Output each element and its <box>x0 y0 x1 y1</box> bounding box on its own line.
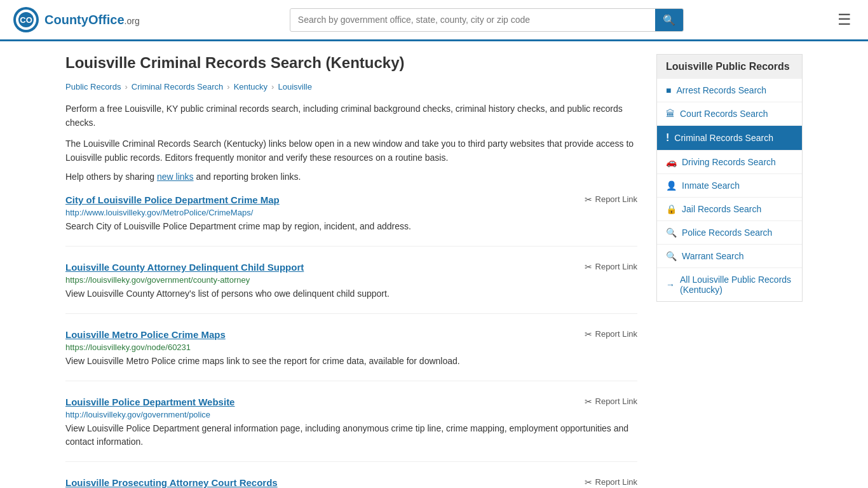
result-item: Louisville Police Department Website ✂ R… <box>65 396 637 462</box>
result-description: Search City of Louisville Police Departm… <box>65 220 637 233</box>
result-description: View Louisville County Attorney's list o… <box>65 287 637 301</box>
description-1: Perform a free Louisville, KY public cri… <box>65 102 637 130</box>
new-links-link[interactable]: new links <box>157 172 194 182</box>
result-title[interactable]: Louisville Metro Police Crime Maps <box>65 329 226 340</box>
result-url[interactable]: https://louisvilleky.gov/government/coun… <box>65 275 637 285</box>
result-item: Louisville County Attorney Delinquent Ch… <box>65 262 637 314</box>
court-records-icon: 🏛 <box>666 109 675 119</box>
sidebar-item-label: Inmate Search <box>682 180 740 191</box>
report-link-button[interactable]: ✂ Report Link <box>585 262 637 272</box>
sidebar-item-court-records[interactable]: 🏛 Court Records Search <box>657 102 802 126</box>
police-records-icon: 🔍 <box>666 227 677 238</box>
report-link-button[interactable]: ✂ Report Link <box>585 194 637 205</box>
report-icon: ✂ <box>585 396 592 407</box>
sidebar-title: Louisville Public Records <box>656 54 803 79</box>
report-icon: ✂ <box>585 194 592 205</box>
result-header: Louisville County Attorney Delinquent Ch… <box>65 262 637 273</box>
logo-icon: CO <box>13 6 39 33</box>
result-item: Louisville Metro Police Crime Maps ✂ Rep… <box>65 329 637 381</box>
result-url[interactable]: http://louisvilleky.gov/government/polic… <box>65 410 637 419</box>
result-title[interactable]: Louisville Police Department Website <box>65 396 234 407</box>
driving-records-icon: 🚗 <box>666 157 677 167</box>
main-container: Louisville Criminal Records Search (Kent… <box>53 41 815 488</box>
all-records-label: All Louisville Public Records (Kentucky) <box>680 274 793 295</box>
result-description: View Louisville Metro Police crime maps … <box>65 355 637 368</box>
report-icon: ✂ <box>585 329 592 339</box>
result-header: City of Louisville Police Department Cri… <box>65 194 637 205</box>
search-bar: 🔍 <box>290 8 684 32</box>
result-url[interactable]: https://louisvilleky.gov/node/60231 <box>65 342 637 352</box>
result-header: Louisville Police Department Website ✂ R… <box>65 396 637 407</box>
result-url[interactable]: http://www.louisvilleky.gov/MetroPolice/… <box>65 208 637 217</box>
sidebar-item-label: Warrant Search <box>682 251 744 261</box>
breadcrumb-kentucky[interactable]: Kentucky <box>234 82 268 92</box>
sidebar-item-label: Court Records Search <box>680 109 768 119</box>
breadcrumb: Public Records › Criminal Records Search… <box>65 82 637 92</box>
result-header: Louisville Prosecuting Attorney Court Re… <box>65 477 637 488</box>
sidebar-item-jail-records[interactable]: 🔒 Jail Records Search <box>657 198 802 221</box>
sidebar-item-inmate-search[interactable]: 👤 Inmate Search <box>657 174 802 198</box>
sidebar-item-label: Jail Records Search <box>682 204 761 214</box>
sidebar-item-label: Arrest Records Search <box>676 85 766 95</box>
result-header: Louisville Metro Police Crime Maps ✂ Rep… <box>65 329 637 340</box>
report-link-button[interactable]: ✂ Report Link <box>585 329 637 339</box>
breadcrumb-louisville[interactable]: Louisville <box>278 82 311 92</box>
report-link-button[interactable]: ✂ Report Link <box>585 396 637 407</box>
arrow-icon: → <box>666 280 675 290</box>
header: CO CountyOffice.org 🔍 ☰ <box>0 0 868 41</box>
search-input[interactable] <box>290 10 655 30</box>
page-title: Louisville Criminal Records Search (Kent… <box>65 54 637 72</box>
svg-text:CO: CO <box>20 15 32 25</box>
inmate-search-icon: 👤 <box>666 180 677 191</box>
logo-area: CO CountyOffice.org <box>13 6 140 33</box>
search-button[interactable]: 🔍 <box>655 9 683 31</box>
sidebar: Louisville Public Records ■ Arrest Recor… <box>656 54 803 488</box>
sidebar-item-driving-records[interactable]: 🚗 Driving Records Search <box>657 151 802 174</box>
sidebar-item-police-records[interactable]: 🔍 Police Records Search <box>657 221 802 245</box>
breadcrumb-criminal-records-search[interactable]: Criminal Records Search <box>132 82 224 92</box>
sidebar-item-all-records[interactable]: → All Louisville Public Records (Kentuck… <box>657 268 802 301</box>
arrest-records-icon: ■ <box>666 85 671 95</box>
result-description: View Louisville Police Department genera… <box>65 422 637 449</box>
jail-records-icon: 🔒 <box>666 204 677 214</box>
sidebar-item-label: Driving Records Search <box>682 157 776 167</box>
sidebar-item-label: Criminal Records Search <box>674 133 773 143</box>
sidebar-item-warrant-search[interactable]: 🔍 Warrant Search <box>657 245 802 268</box>
sidebar-item-arrest-records[interactable]: ■ Arrest Records Search <box>657 79 802 102</box>
breadcrumb-public-records[interactable]: Public Records <box>65 82 121 92</box>
criminal-records-icon: ! <box>666 132 669 144</box>
result-item: City of Louisville Police Department Cri… <box>65 194 637 247</box>
result-item: Louisville Prosecuting Attorney Court Re… <box>65 477 637 488</box>
warrant-search-icon: 🔍 <box>666 251 677 261</box>
help-text: Help others by sharing new links and rep… <box>65 172 637 182</box>
report-link-button[interactable]: ✂ Report Link <box>585 477 637 487</box>
header-right: ☰ <box>834 7 855 32</box>
content-area: Louisville Criminal Records Search (Kent… <box>65 54 637 488</box>
result-title[interactable]: Louisville County Attorney Delinquent Ch… <box>65 262 304 273</box>
sidebar-item-label: Police Records Search <box>682 227 772 238</box>
report-icon: ✂ <box>585 477 592 487</box>
description-2: The Louisville Criminal Records Search (… <box>65 137 637 165</box>
logo-text: CountyOffice.org <box>44 13 140 27</box>
sidebar-item-criminal-records[interactable]: ! Criminal Records Search <box>657 126 802 151</box>
result-title[interactable]: Louisville Prosecuting Attorney Court Re… <box>65 477 278 488</box>
hamburger-menu[interactable]: ☰ <box>834 7 855 32</box>
result-title[interactable]: City of Louisville Police Department Cri… <box>65 194 280 205</box>
sidebar-list: ■ Arrest Records Search 🏛 Court Records … <box>656 79 803 302</box>
report-icon: ✂ <box>585 262 592 272</box>
